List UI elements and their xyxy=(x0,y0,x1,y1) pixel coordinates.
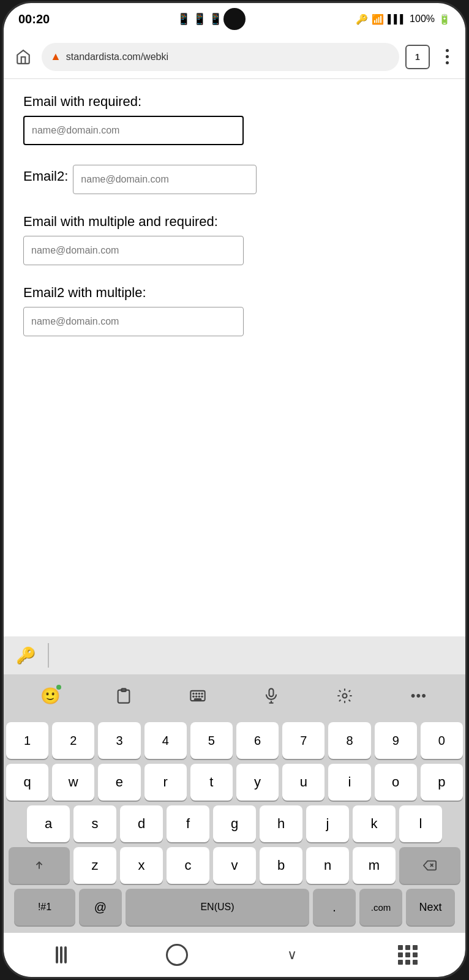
nav-home-button[interactable] xyxy=(159,937,195,973)
keyboard-toolbar: 🙂 xyxy=(4,674,465,717)
home-button[interactable] xyxy=(11,45,36,69)
email-multiple-required-input[interactable] xyxy=(23,236,244,265)
key-q[interactable]: q xyxy=(6,764,48,801)
android-icon-3: 📱 xyxy=(209,12,222,26)
backspace-key[interactable] xyxy=(399,847,460,884)
status-time: 00:20 xyxy=(18,12,50,26)
keyboard-layout-button[interactable] xyxy=(182,680,214,712)
home-circle-icon xyxy=(166,944,188,966)
key-z[interactable]: z xyxy=(73,847,116,884)
key-t[interactable]: t xyxy=(190,764,233,801)
vpn-key-icon: 🔑 xyxy=(16,646,36,665)
battery-icon: 🔋 xyxy=(438,13,451,25)
key-5[interactable]: 5 xyxy=(190,722,233,759)
at-key[interactable]: @ xyxy=(79,889,122,925)
key-l[interactable]: l xyxy=(399,805,442,842)
key-0[interactable]: 0 xyxy=(421,722,463,759)
key-2[interactable]: 2 xyxy=(52,722,94,759)
period-key[interactable]: . xyxy=(313,889,356,925)
nav-bar: ∨ xyxy=(4,933,465,977)
key-9[interactable]: 9 xyxy=(375,722,417,759)
status-right: 🔑 📶 ▌▌▌ 100% 🔋 xyxy=(356,13,451,25)
phone-frame: 00:20 📱 📱 📱 🔑 📶 ▌▌▌ 100% 🔋 ▲ stan xyxy=(2,1,467,979)
key-7[interactable]: 7 xyxy=(282,722,325,759)
key-g[interactable]: g xyxy=(213,805,256,842)
menu-dot-2 xyxy=(446,55,449,58)
more-options-button[interactable]: ••• xyxy=(403,680,435,712)
web-content: Email with required: Email2: Email with … xyxy=(4,79,465,636)
tab-count-button[interactable]: 1 xyxy=(405,45,430,69)
nav-back-icon xyxy=(56,946,67,963)
email-multiple-required-section: Email with multiple and required: xyxy=(23,214,446,265)
key-o[interactable]: o xyxy=(375,764,417,801)
key-p[interactable]: p xyxy=(421,764,463,801)
key-v[interactable]: v xyxy=(213,847,256,884)
key-y[interactable]: y xyxy=(236,764,279,801)
zxcv-row: z x c v b n m xyxy=(6,847,463,884)
vpn-status-icon: 🔑 xyxy=(356,13,368,25)
settings-button[interactable] xyxy=(329,680,361,712)
address-bar[interactable]: ▲ standardista.com/webki xyxy=(42,43,399,71)
key-4[interactable]: 4 xyxy=(144,722,187,759)
symbols-key[interactable]: !#1 xyxy=(14,889,75,925)
vpn-divider xyxy=(48,643,49,668)
security-warning-icon: ▲ xyxy=(50,50,61,63)
number-row: 1 2 3 4 5 6 7 8 9 0 xyxy=(6,722,463,759)
key-a[interactable]: a xyxy=(27,805,70,842)
bottom-row: !#1 @ EN(US) . .com Next xyxy=(6,889,463,925)
email-required-input[interactable] xyxy=(23,116,244,145)
key-u[interactable]: u xyxy=(282,764,325,801)
nav-back-button[interactable] xyxy=(43,937,80,973)
email2-multiple-section: Email2 with multiple: xyxy=(23,285,446,336)
browser-menu-button[interactable] xyxy=(436,46,458,68)
space-key[interactable]: EN(US) xyxy=(126,889,309,925)
key-6[interactable]: 6 xyxy=(236,722,279,759)
qwerty-row: q w e r t y u i o p xyxy=(6,764,463,801)
keyboard: 1 2 3 4 5 6 7 8 9 0 q w e r t y u i o p … xyxy=(4,717,465,933)
key-i[interactable]: i xyxy=(328,764,370,801)
android-icon-2: 📱 xyxy=(193,12,206,26)
microphone-button[interactable] xyxy=(255,680,287,712)
email2-label: Email2: xyxy=(23,168,68,184)
key-1[interactable]: 1 xyxy=(6,722,48,759)
svg-point-17 xyxy=(343,694,347,698)
url-text: standardista.com/webki xyxy=(66,51,168,62)
key-x[interactable]: x xyxy=(120,847,163,884)
clipboard-button[interactable] xyxy=(108,680,140,712)
emoji-button[interactable]: 🙂 xyxy=(34,680,66,712)
camera-area xyxy=(223,8,246,30)
shift-key[interactable] xyxy=(9,847,70,884)
asdf-row: a s d f g h j k l xyxy=(6,805,463,842)
svg-rect-14 xyxy=(269,688,274,696)
key-k[interactable]: k xyxy=(353,805,396,842)
key-d[interactable]: d xyxy=(120,805,163,842)
menu-dot-1 xyxy=(446,49,449,52)
key-m[interactable]: m xyxy=(353,847,396,884)
key-n[interactable]: n xyxy=(306,847,349,884)
key-3[interactable]: 3 xyxy=(98,722,140,759)
android-icon-1: 📱 xyxy=(177,12,190,26)
key-b[interactable]: b xyxy=(260,847,302,884)
key-r[interactable]: r xyxy=(144,764,187,801)
key-8[interactable]: 8 xyxy=(328,722,370,759)
nav-grid-button[interactable] xyxy=(389,937,426,973)
nav-recents-button[interactable]: ∨ xyxy=(274,937,310,973)
next-key[interactable]: Next xyxy=(406,889,455,925)
camera-notch xyxy=(223,8,246,30)
signal-icon: ▌▌▌ xyxy=(388,14,406,24)
key-f[interactable]: f xyxy=(167,805,209,842)
email2-input[interactable] xyxy=(73,165,257,194)
dotcom-key[interactable]: .com xyxy=(359,889,402,925)
chevron-down-icon: ∨ xyxy=(287,947,297,963)
key-h[interactable]: h xyxy=(260,805,302,842)
wifi-icon: 📶 xyxy=(372,13,384,25)
email-multiple-required-label: Email with multiple and required: xyxy=(23,214,446,230)
grid-icon xyxy=(398,945,418,965)
key-j[interactable]: j xyxy=(306,805,349,842)
key-c[interactable]: c xyxy=(167,847,209,884)
key-w[interactable]: w xyxy=(52,764,94,801)
key-s[interactable]: s xyxy=(73,805,116,842)
email2-multiple-label: Email2 with multiple: xyxy=(23,285,446,301)
key-e[interactable]: e xyxy=(98,764,140,801)
email2-multiple-input[interactable] xyxy=(23,307,244,336)
